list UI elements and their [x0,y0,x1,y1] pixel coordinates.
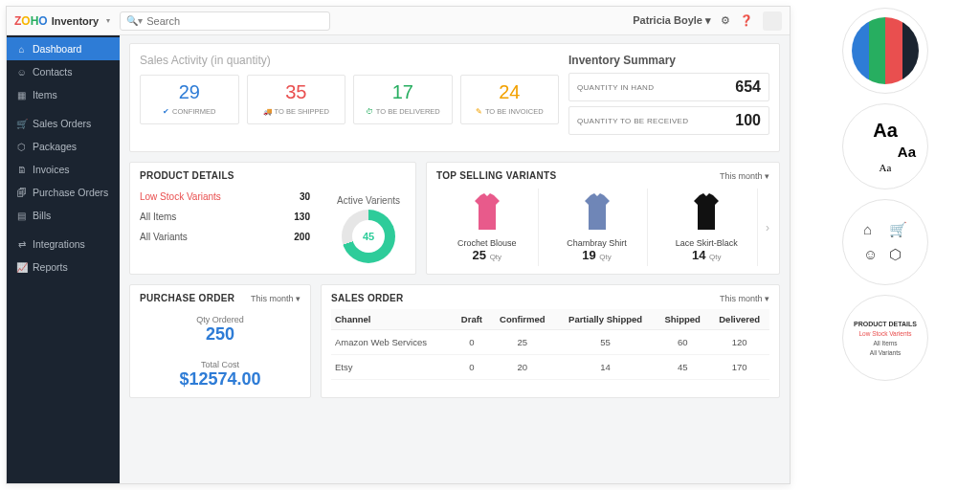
nav-icon: 🗐 [16,188,27,198]
component-preview-circle: PRODUCT DETAILS Low Stock Varients All I… [842,295,928,381]
top-selling-title: TOP SELLING VARIANTS [436,170,556,181]
chevron-right-icon[interactable]: › [766,221,769,234]
nav-icon: ⬡ [16,142,27,152]
nav-icon: 🗎 [16,165,27,175]
product-image [548,190,646,234]
header: ZOHO Inventory ▾ 🔍▾ Patricia Boyle ▾ ⚙ ❓ [7,7,790,35]
style-guide-column: AaAaAa ⌂ 🛒 ☺ ⬡ PRODUCT DETAILS Low Stock… [791,0,980,490]
nav-icon: ▦ [16,90,27,100]
sidebar-item-items[interactable]: ▦Items [7,83,120,106]
top-row: Sales Activity (in quantity) 29✔ CONFIRM… [129,43,780,152]
so-period-dropdown[interactable]: This month ▾ [720,294,769,303]
sales-card-to-be-delivered[interactable]: 17⏱ TO BE DELIVERED [353,75,453,124]
sales-order-panel: SALES ORDER This month ▾ ChannelDraftCon… [321,284,780,398]
person-icon: ☺ [863,246,881,263]
main-content: Sales Activity (in quantity) 29✔ CONFIRM… [120,35,790,483]
variant-card[interactable]: Crochet Blouse25 Qty [436,189,539,266]
sidebar-item-contacts[interactable]: ☺Contacts [7,60,120,83]
sidebar-item-dashboard[interactable]: ⌂Dashboard [7,37,120,60]
typography-circle: AaAaAa [842,103,928,189]
user-menu[interactable]: Patricia Boyle ▾ [633,14,711,27]
gear-icon[interactable]: ⚙ [721,14,730,27]
sales-order-title: SALES ORDER [331,293,404,303]
sales-activity-title: Sales Activity (in quantity) [140,54,559,67]
iconography-circle: ⌂ 🛒 ☺ ⬡ [842,199,928,285]
inv-line: QUANTITY TO BE RECEIVED100 [568,106,769,135]
palette-circle [842,8,928,94]
sidebar-item-purchase-orders[interactable]: 🗐Purchase Orders [7,181,120,204]
top-selling-panel: TOP SELLING VARIANTS This month ▾ Croche… [426,162,780,275]
variant-card[interactable]: Chambray Shirt19 Qty [546,189,649,266]
avatar[interactable] [763,11,782,31]
help-icon[interactable]: ❓ [740,14,753,27]
search-box[interactable]: 🔍▾ [120,11,330,31]
search-icon: 🔍▾ [126,15,143,26]
sidebar-item-packages[interactable]: ⬡Packages [7,135,120,158]
inventory-summary-title: Inventory Summary [568,54,769,67]
package-icon: ⬡ [889,246,907,263]
search-input[interactable] [146,15,323,27]
period-dropdown[interactable]: This month ▾ [720,171,769,181]
product-image [657,190,755,234]
cart-icon: 🛒 [889,221,907,238]
brand-dropdown-caret[interactable]: ▾ [106,16,110,25]
sidebar: ⌂Dashboard☺Contacts▦Items🛒Sales Orders⬡P… [7,35,120,483]
home-icon: ⌂ [863,221,881,238]
sidebar-item-reports[interactable]: 📈Reports [7,256,120,278]
active-variants-chart: Active Varients 45 [337,195,400,263]
nav-icon: ▤ [16,211,27,221]
sidebar-item-sales-orders[interactable]: 🛒Sales Orders [7,112,120,135]
sidebar-item-integrations[interactable]: ⇄Integrations [7,233,120,256]
product-image [438,190,536,234]
product-details-title: PRODUCT DETAILS [140,170,406,181]
brand-name: Inventory [52,15,100,27]
app-window: ZOHO Inventory ▾ 🔍▾ Patricia Boyle ▾ ⚙ ❓… [6,6,791,484]
po-period-dropdown[interactable]: This month ▾ [251,294,301,303]
sales-card-confirmed[interactable]: 29✔ CONFIRMED [140,75,239,124]
product-details-panel: PRODUCT DETAILS Low Stock Variants30All … [129,162,416,275]
nav-icon: 📈 [16,262,27,273]
purchase-order-title: PURCHASE ORDER [140,293,234,303]
inventory-summary: Inventory Summary QUANTITY IN HAND654QUA… [568,54,769,140]
po-qty-value: 250 [140,324,301,345]
purchase-order-panel: PURCHASE ORDER This month ▾ Qty Ordered … [129,284,311,398]
nav-icon: ☺ [16,67,27,78]
inv-line: QUANTITY IN HAND654 [568,73,769,101]
nav-icon: 🛒 [16,119,27,129]
table-row: Etsy0201445170 [331,355,769,380]
table-row: Amazon Web Services0255560120 [331,330,769,355]
po-cost-value: $12574.00 [140,369,301,390]
sidebar-item-invoices[interactable]: 🗎Invoices [7,158,120,181]
nav-icon: ⌂ [16,44,27,55]
variant-card[interactable]: Lace Skirt-Black14 Qty [656,189,758,266]
sales-card-to-be-invoiced[interactable]: 24✎ TO BE INVOICED [460,75,560,124]
sidebar-item-bills[interactable]: ▤Bills [7,204,120,227]
zoho-logo: ZOHO [14,14,48,28]
sales-card-to-be-shipped[interactable]: 35🚚 TO BE SHIPPED [247,75,346,124]
nav-icon: ⇄ [16,239,27,250]
